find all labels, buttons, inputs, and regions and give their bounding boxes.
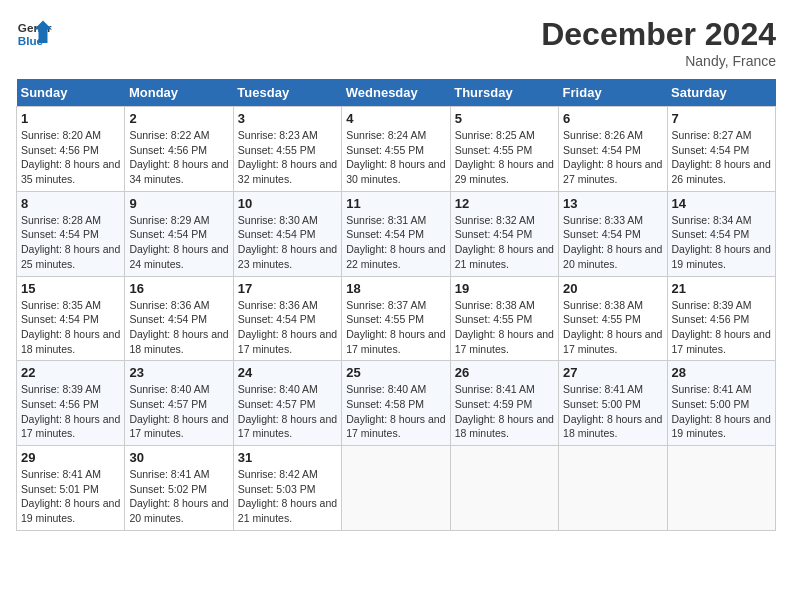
day-number: 19 bbox=[455, 281, 554, 296]
logo: General Blue bbox=[16, 16, 52, 52]
day-info: Sunrise: 8:37 AMSunset: 4:55 PMDaylight:… bbox=[346, 298, 445, 357]
day-of-week-header: Friday bbox=[559, 79, 667, 107]
day-number: 1 bbox=[21, 111, 120, 126]
location-title: Nandy, France bbox=[541, 53, 776, 69]
day-info: Sunrise: 8:38 AMSunset: 4:55 PMDaylight:… bbox=[455, 298, 554, 357]
day-info: Sunrise: 8:36 AMSunset: 4:54 PMDaylight:… bbox=[238, 298, 337, 357]
day-number: 13 bbox=[563, 196, 662, 211]
day-info: Sunrise: 8:20 AMSunset: 4:56 PMDaylight:… bbox=[21, 128, 120, 187]
calendar-cell: 9Sunrise: 8:29 AMSunset: 4:54 PMDaylight… bbox=[125, 191, 233, 276]
day-info: Sunrise: 8:40 AMSunset: 4:58 PMDaylight:… bbox=[346, 382, 445, 441]
day-of-week-header: Wednesday bbox=[342, 79, 450, 107]
calendar-cell bbox=[667, 446, 775, 531]
calendar-week-row: 1Sunrise: 8:20 AMSunset: 4:56 PMDaylight… bbox=[17, 107, 776, 192]
day-of-week-header: Monday bbox=[125, 79, 233, 107]
calendar-cell bbox=[450, 446, 558, 531]
calendar-cell: 11Sunrise: 8:31 AMSunset: 4:54 PMDayligh… bbox=[342, 191, 450, 276]
calendar-cell: 14Sunrise: 8:34 AMSunset: 4:54 PMDayligh… bbox=[667, 191, 775, 276]
calendar-week-row: 22Sunrise: 8:39 AMSunset: 4:56 PMDayligh… bbox=[17, 361, 776, 446]
day-info: Sunrise: 8:29 AMSunset: 4:54 PMDaylight:… bbox=[129, 213, 228, 272]
day-info: Sunrise: 8:41 AMSunset: 5:01 PMDaylight:… bbox=[21, 467, 120, 526]
title-area: December 2024 Nandy, France bbox=[541, 16, 776, 69]
calendar-cell: 7Sunrise: 8:27 AMSunset: 4:54 PMDaylight… bbox=[667, 107, 775, 192]
calendar-cell: 26Sunrise: 8:41 AMSunset: 4:59 PMDayligh… bbox=[450, 361, 558, 446]
calendar-cell: 6Sunrise: 8:26 AMSunset: 4:54 PMDaylight… bbox=[559, 107, 667, 192]
day-info: Sunrise: 8:42 AMSunset: 5:03 PMDaylight:… bbox=[238, 467, 337, 526]
day-of-week-header: Thursday bbox=[450, 79, 558, 107]
day-number: 17 bbox=[238, 281, 337, 296]
day-number: 9 bbox=[129, 196, 228, 211]
calendar-cell bbox=[342, 446, 450, 531]
calendar-cell: 30Sunrise: 8:41 AMSunset: 5:02 PMDayligh… bbox=[125, 446, 233, 531]
day-info: Sunrise: 8:36 AMSunset: 4:54 PMDaylight:… bbox=[129, 298, 228, 357]
day-number: 5 bbox=[455, 111, 554, 126]
day-number: 8 bbox=[21, 196, 120, 211]
calendar-cell: 19Sunrise: 8:38 AMSunset: 4:55 PMDayligh… bbox=[450, 276, 558, 361]
calendar-cell: 25Sunrise: 8:40 AMSunset: 4:58 PMDayligh… bbox=[342, 361, 450, 446]
calendar-cell: 29Sunrise: 8:41 AMSunset: 5:01 PMDayligh… bbox=[17, 446, 125, 531]
day-number: 15 bbox=[21, 281, 120, 296]
day-info: Sunrise: 8:31 AMSunset: 4:54 PMDaylight:… bbox=[346, 213, 445, 272]
calendar-cell: 21Sunrise: 8:39 AMSunset: 4:56 PMDayligh… bbox=[667, 276, 775, 361]
day-info: Sunrise: 8:32 AMSunset: 4:54 PMDaylight:… bbox=[455, 213, 554, 272]
calendar-body: 1Sunrise: 8:20 AMSunset: 4:56 PMDaylight… bbox=[17, 107, 776, 531]
day-number: 28 bbox=[672, 365, 771, 380]
day-number: 31 bbox=[238, 450, 337, 465]
calendar-cell: 18Sunrise: 8:37 AMSunset: 4:55 PMDayligh… bbox=[342, 276, 450, 361]
day-number: 30 bbox=[129, 450, 228, 465]
day-number: 12 bbox=[455, 196, 554, 211]
calendar-cell: 13Sunrise: 8:33 AMSunset: 4:54 PMDayligh… bbox=[559, 191, 667, 276]
day-number: 29 bbox=[21, 450, 120, 465]
calendar-cell: 31Sunrise: 8:42 AMSunset: 5:03 PMDayligh… bbox=[233, 446, 341, 531]
calendar-cell: 23Sunrise: 8:40 AMSunset: 4:57 PMDayligh… bbox=[125, 361, 233, 446]
calendar-cell: 10Sunrise: 8:30 AMSunset: 4:54 PMDayligh… bbox=[233, 191, 341, 276]
calendar-cell: 1Sunrise: 8:20 AMSunset: 4:56 PMDaylight… bbox=[17, 107, 125, 192]
calendar-cell: 15Sunrise: 8:35 AMSunset: 4:54 PMDayligh… bbox=[17, 276, 125, 361]
day-info: Sunrise: 8:28 AMSunset: 4:54 PMDaylight:… bbox=[21, 213, 120, 272]
calendar-cell: 8Sunrise: 8:28 AMSunset: 4:54 PMDaylight… bbox=[17, 191, 125, 276]
day-of-week-header: Saturday bbox=[667, 79, 775, 107]
day-number: 7 bbox=[672, 111, 771, 126]
day-number: 2 bbox=[129, 111, 228, 126]
calendar-week-row: 15Sunrise: 8:35 AMSunset: 4:54 PMDayligh… bbox=[17, 276, 776, 361]
day-info: Sunrise: 8:22 AMSunset: 4:56 PMDaylight:… bbox=[129, 128, 228, 187]
day-info: Sunrise: 8:26 AMSunset: 4:54 PMDaylight:… bbox=[563, 128, 662, 187]
day-number: 11 bbox=[346, 196, 445, 211]
calendar-week-row: 29Sunrise: 8:41 AMSunset: 5:01 PMDayligh… bbox=[17, 446, 776, 531]
calendar-table: SundayMondayTuesdayWednesdayThursdayFrid… bbox=[16, 79, 776, 531]
day-number: 26 bbox=[455, 365, 554, 380]
day-of-week-header: Sunday bbox=[17, 79, 125, 107]
logo-icon: General Blue bbox=[16, 16, 52, 52]
calendar-cell: 16Sunrise: 8:36 AMSunset: 4:54 PMDayligh… bbox=[125, 276, 233, 361]
day-info: Sunrise: 8:41 AMSunset: 4:59 PMDaylight:… bbox=[455, 382, 554, 441]
day-info: Sunrise: 8:38 AMSunset: 4:55 PMDaylight:… bbox=[563, 298, 662, 357]
day-info: Sunrise: 8:23 AMSunset: 4:55 PMDaylight:… bbox=[238, 128, 337, 187]
day-info: Sunrise: 8:41 AMSunset: 5:00 PMDaylight:… bbox=[563, 382, 662, 441]
day-number: 23 bbox=[129, 365, 228, 380]
day-info: Sunrise: 8:34 AMSunset: 4:54 PMDaylight:… bbox=[672, 213, 771, 272]
day-info: Sunrise: 8:27 AMSunset: 4:54 PMDaylight:… bbox=[672, 128, 771, 187]
day-number: 10 bbox=[238, 196, 337, 211]
day-info: Sunrise: 8:40 AMSunset: 4:57 PMDaylight:… bbox=[238, 382, 337, 441]
calendar-week-row: 8Sunrise: 8:28 AMSunset: 4:54 PMDaylight… bbox=[17, 191, 776, 276]
day-info: Sunrise: 8:30 AMSunset: 4:54 PMDaylight:… bbox=[238, 213, 337, 272]
calendar-header-row: SundayMondayTuesdayWednesdayThursdayFrid… bbox=[17, 79, 776, 107]
calendar-cell: 2Sunrise: 8:22 AMSunset: 4:56 PMDaylight… bbox=[125, 107, 233, 192]
day-of-week-header: Tuesday bbox=[233, 79, 341, 107]
day-number: 20 bbox=[563, 281, 662, 296]
day-number: 18 bbox=[346, 281, 445, 296]
calendar-cell: 17Sunrise: 8:36 AMSunset: 4:54 PMDayligh… bbox=[233, 276, 341, 361]
calendar-cell: 4Sunrise: 8:24 AMSunset: 4:55 PMDaylight… bbox=[342, 107, 450, 192]
day-number: 14 bbox=[672, 196, 771, 211]
calendar-cell bbox=[559, 446, 667, 531]
calendar-cell: 22Sunrise: 8:39 AMSunset: 4:56 PMDayligh… bbox=[17, 361, 125, 446]
calendar-cell: 28Sunrise: 8:41 AMSunset: 5:00 PMDayligh… bbox=[667, 361, 775, 446]
day-number: 16 bbox=[129, 281, 228, 296]
calendar-cell: 5Sunrise: 8:25 AMSunset: 4:55 PMDaylight… bbox=[450, 107, 558, 192]
day-info: Sunrise: 8:39 AMSunset: 4:56 PMDaylight:… bbox=[672, 298, 771, 357]
day-number: 4 bbox=[346, 111, 445, 126]
day-number: 24 bbox=[238, 365, 337, 380]
calendar-cell: 27Sunrise: 8:41 AMSunset: 5:00 PMDayligh… bbox=[559, 361, 667, 446]
calendar-cell: 24Sunrise: 8:40 AMSunset: 4:57 PMDayligh… bbox=[233, 361, 341, 446]
day-info: Sunrise: 8:41 AMSunset: 5:00 PMDaylight:… bbox=[672, 382, 771, 441]
